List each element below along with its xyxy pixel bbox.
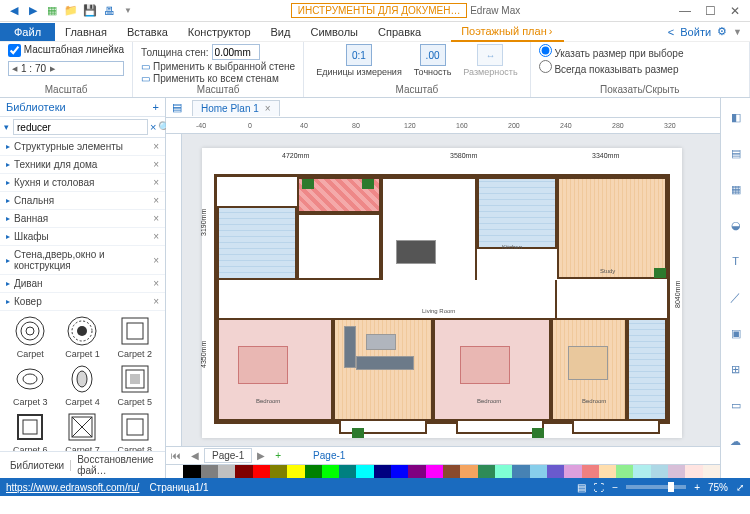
palette-swatch[interactable] — [443, 465, 460, 478]
share-icon[interactable]: < — [668, 26, 674, 38]
palette-swatch[interactable] — [616, 465, 633, 478]
cat-close-icon[interactable]: × — [153, 159, 159, 170]
zoom-slider[interactable] — [626, 485, 686, 489]
palette-swatch[interactable] — [685, 465, 702, 478]
menu-home[interactable]: Главная — [55, 23, 117, 41]
palette-swatch[interactable] — [495, 465, 512, 478]
palette-swatch[interactable] — [426, 465, 443, 478]
shape-item[interactable]: Carpet 8 — [111, 411, 159, 451]
palette-swatch[interactable] — [547, 465, 564, 478]
qat-save-icon[interactable]: 💾 — [82, 3, 98, 19]
lib-category[interactable]: ▸Диван× — [0, 275, 165, 293]
doc-tab-homeplan[interactable]: Home Plan 1 × — [192, 100, 280, 116]
shape-item[interactable]: Carpet 7 — [58, 411, 106, 451]
doc-tab-menu-icon[interactable]: ▤ — [166, 101, 188, 114]
cat-close-icon[interactable]: × — [153, 278, 159, 289]
radio-always-show[interactable]: Всегда показывать размер — [539, 60, 684, 75]
lib-category[interactable]: ▸Структурные элементы× — [0, 138, 165, 156]
cat-close-icon[interactable]: × — [153, 141, 159, 152]
collapse-ribbon-icon[interactable]: ▼ — [733, 27, 742, 37]
rtool-layers-icon[interactable]: ▦ — [727, 180, 745, 198]
lib-category[interactable]: ▸Кухня и столовая× — [0, 174, 165, 192]
rtool-text-icon[interactable]: T — [727, 252, 745, 270]
lib-category[interactable]: ▸Техники для дома× — [0, 156, 165, 174]
menu-design[interactable]: Конструктор — [178, 23, 261, 41]
search-chevron-icon[interactable]: ▾ — [2, 122, 11, 132]
palette-swatch[interactable] — [651, 465, 668, 478]
menu-file[interactable]: Файл — [0, 23, 55, 41]
menu-insert[interactable]: Вставка — [117, 23, 178, 41]
palette-swatch[interactable] — [478, 465, 495, 478]
scale-right-icon[interactable]: ▶ — [50, 65, 55, 73]
menu-help[interactable]: Справка — [368, 23, 431, 41]
library-plus-icon[interactable]: + — [153, 101, 159, 113]
sidebar-tab-restore[interactable]: Восстановление фай… — [71, 454, 161, 476]
status-url[interactable]: https://www.edrawsoft.com/ru/ — [6, 482, 139, 493]
qat-new-icon[interactable]: ▦ — [44, 3, 60, 19]
palette-swatch[interactable] — [460, 465, 477, 478]
shape-item[interactable]: Carpet 1 — [58, 315, 106, 359]
zoom-in-icon[interactable]: + — [694, 482, 700, 493]
shape-item[interactable]: Carpet — [6, 315, 54, 359]
shape-item[interactable]: Carpet 2 — [111, 315, 159, 359]
palette-swatch[interactable] — [374, 465, 391, 478]
shape-item[interactable]: Carpet 5 — [111, 363, 159, 407]
page-tab-1b[interactable]: Page-1 — [306, 449, 352, 462]
cat-close-icon[interactable]: × — [153, 177, 159, 188]
palette-swatch[interactable] — [270, 465, 287, 478]
page-tab-1[interactable]: Page-1 — [204, 448, 252, 463]
zoom-fit-icon[interactable]: ⤢ — [736, 482, 744, 493]
lib-category[interactable]: ▸Шкафы× — [0, 228, 165, 246]
rtool-properties-icon[interactable]: ▣ — [727, 324, 745, 342]
palette-swatch[interactable] — [322, 465, 339, 478]
cat-close-icon[interactable]: × — [153, 255, 159, 266]
sidebar-tab-libraries[interactable]: Библиотеки — [4, 460, 71, 471]
wall-thickness-input[interactable] — [212, 44, 260, 60]
menu-floorplan[interactable]: Поэтажный план — [451, 22, 564, 42]
qat-open-icon[interactable]: 📁 — [63, 3, 79, 19]
doc-tab-close-icon[interactable]: × — [265, 103, 271, 114]
view-normal-icon[interactable]: ▤ — [577, 482, 586, 493]
radio-show-on-select[interactable]: Указать размер при выборе — [539, 44, 684, 59]
palette-swatch[interactable] — [166, 465, 183, 478]
qat-dropdown-icon[interactable]: ▼ — [120, 3, 136, 19]
palette-swatch[interactable] — [287, 465, 304, 478]
settings-icon[interactable]: ⚙ — [717, 25, 727, 38]
minimize-icon[interactable]: — — [679, 4, 691, 18]
zoom-out-icon[interactable]: − — [612, 482, 618, 493]
maximize-icon[interactable]: ☐ — [705, 4, 716, 18]
close-icon[interactable]: ✕ — [730, 4, 740, 18]
rtool-image-icon[interactable]: ▭ — [727, 396, 745, 414]
canvas[interactable]: Living Room Kitchen Study Bedroom Bedroo… — [182, 134, 720, 446]
cat-close-icon[interactable]: × — [153, 213, 159, 224]
qat-right-icon[interactable]: ▶ — [25, 3, 41, 19]
palette-swatch[interactable] — [633, 465, 650, 478]
palette-swatch[interactable] — [564, 465, 581, 478]
palette-swatch[interactable] — [356, 465, 373, 478]
page-add-icon[interactable]: + — [270, 450, 286, 461]
qat-left-icon[interactable]: ◀ — [6, 3, 22, 19]
units-button[interactable]: 0:1Единицы измерения — [312, 44, 406, 77]
dimension-button[interactable]: ↔Размерность — [459, 44, 521, 77]
palette-swatch[interactable] — [253, 465, 270, 478]
wall-opt1[interactable]: ▭ Применить к выбранной стене — [141, 61, 295, 72]
palette-swatch[interactable] — [512, 465, 529, 478]
menu-view[interactable]: Вид — [261, 23, 301, 41]
precision-button[interactable]: .00Точность — [410, 44, 456, 77]
palette-swatch[interactable] — [201, 465, 218, 478]
palette-swatch[interactable] — [339, 465, 356, 478]
rtool-fill-icon[interactable]: ◒ — [727, 216, 745, 234]
lib-category[interactable]: ▸Ковер× — [0, 293, 165, 311]
rtool-format-icon[interactable]: ▤ — [727, 144, 745, 162]
lib-category[interactable]: ▸Ванная× — [0, 210, 165, 228]
palette-swatch[interactable] — [183, 465, 200, 478]
floorplan-drawing[interactable]: Living Room Kitchen Study Bedroom Bedroo… — [202, 148, 682, 438]
palette-swatch[interactable] — [408, 465, 425, 478]
palette-swatch[interactable] — [668, 465, 685, 478]
ruler-checkbox[interactable] — [8, 44, 21, 57]
qat-print-icon[interactable]: 🖶 — [101, 3, 117, 19]
palette-swatch[interactable] — [305, 465, 322, 478]
palette-swatch[interactable] — [235, 465, 252, 478]
view-full-icon[interactable]: ⛶ — [594, 482, 604, 493]
rtool-line-icon[interactable]: ／ — [727, 288, 745, 306]
